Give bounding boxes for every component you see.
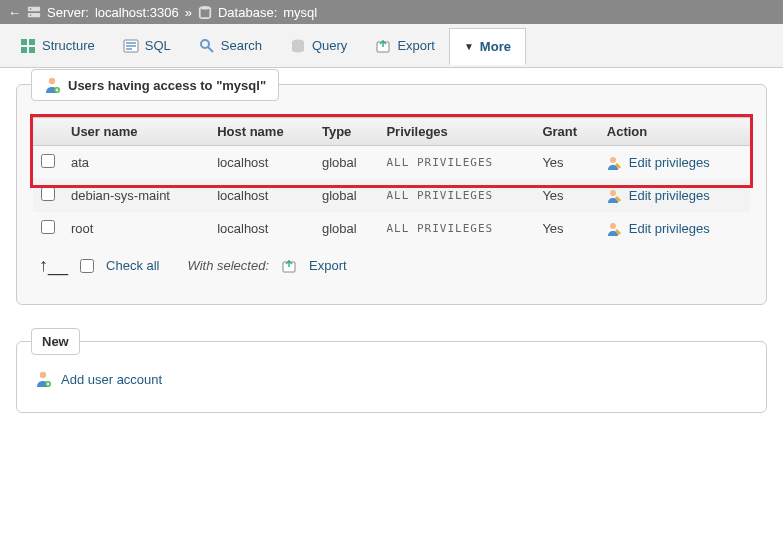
back-arrow[interactable]: ← (8, 5, 21, 20)
server-icon (27, 5, 41, 19)
svg-point-10 (201, 40, 209, 48)
svg-point-2 (30, 8, 32, 10)
action-label: Edit privileges (629, 221, 710, 236)
query-icon (290, 38, 306, 54)
dropdown-icon: ▼ (464, 41, 474, 52)
panel-title-db: mysql (222, 78, 260, 93)
row-checkbox[interactable] (41, 154, 55, 168)
breadcrumb-separator: » (185, 5, 192, 20)
cell-grant: Yes (534, 179, 598, 212)
cell-grant: Yes (534, 212, 598, 245)
search-icon (199, 38, 215, 54)
sql-icon (123, 38, 139, 54)
col-type[interactable]: Type (314, 118, 378, 146)
check-all-link[interactable]: Check all (106, 258, 159, 273)
col-grant[interactable]: Grant (534, 118, 598, 146)
edit-user-icon (607, 155, 623, 171)
cell-user: debian-sys-maint (63, 179, 209, 212)
svg-rect-6 (29, 39, 35, 45)
tab-search[interactable]: Search (185, 28, 276, 64)
panel-title-suffix: " (260, 78, 266, 93)
col-action: Action (599, 118, 750, 146)
edit-privileges-link[interactable]: Edit privileges (607, 221, 742, 237)
tab-label: Export (397, 38, 435, 53)
bulk-action-row: ↑__ Check all With selected: Export (33, 245, 750, 286)
tab-query[interactable]: Query (276, 28, 361, 64)
svg-rect-5 (21, 39, 27, 45)
cell-user: root (63, 212, 209, 245)
database-label: Database: (218, 5, 277, 20)
export-selected-link[interactable]: Export (309, 258, 347, 273)
new-panel-title: New (31, 328, 80, 355)
table-row: root localhost global ALL PRIVILEGES Yes… (33, 212, 750, 245)
col-priv[interactable]: Privileges (378, 118, 534, 146)
with-selected-label: With selected: (188, 258, 270, 273)
edit-user-icon (607, 221, 623, 237)
tab-structure[interactable]: Structure (6, 28, 109, 64)
svg-point-19 (40, 372, 46, 378)
users-table: User name Host name Type Privileges Gran… (33, 117, 750, 245)
tab-label: Search (221, 38, 262, 53)
col-host[interactable]: Host name (209, 118, 314, 146)
svg-point-16 (610, 190, 616, 196)
edit-privileges-link[interactable]: Edit privileges (607, 155, 742, 171)
tab-label: Structure (42, 38, 95, 53)
row-checkbox[interactable] (41, 187, 55, 201)
user-icon (44, 76, 60, 94)
cell-host: localhost (209, 212, 314, 245)
row-checkbox[interactable] (41, 220, 55, 234)
cell-type: global (314, 179, 378, 212)
cell-host: localhost (209, 179, 314, 212)
panel-title: Users having access to "mysql" (31, 69, 279, 101)
tab-bar: Structure SQL Search Query Export ▼ More (0, 24, 783, 68)
svg-rect-7 (21, 47, 27, 53)
tab-label: SQL (145, 38, 171, 53)
new-panel: New Add user account (16, 341, 767, 413)
export-icon (281, 258, 297, 274)
table-row: ata localhost global ALL PRIVILEGES Yes … (33, 146, 750, 180)
svg-rect-8 (29, 47, 35, 53)
svg-point-13 (49, 78, 55, 84)
edit-privileges-link[interactable]: Edit privileges (607, 188, 742, 204)
server-value[interactable]: localhost:3306 (95, 5, 179, 20)
cell-type: global (314, 146, 378, 180)
svg-point-4 (200, 6, 211, 10)
cell-user: ata (63, 146, 209, 180)
database-value[interactable]: mysql (283, 5, 317, 20)
arrow-up-icon: ↑__ (39, 255, 68, 276)
structure-icon (20, 38, 36, 54)
tab-more[interactable]: ▼ More (449, 28, 526, 65)
svg-point-15 (610, 157, 616, 163)
cell-type: global (314, 212, 378, 245)
cell-priv: ALL PRIVILEGES (378, 212, 534, 245)
svg-point-17 (610, 223, 616, 229)
export-icon (375, 38, 391, 54)
table-row: debian-sys-maint localhost global ALL PR… (33, 179, 750, 212)
col-checkbox (33, 118, 63, 146)
add-user-icon (35, 370, 51, 388)
add-user-link[interactable]: Add user account (33, 364, 750, 394)
svg-point-3 (30, 14, 32, 16)
users-panel: Users having access to "mysql" User name… (16, 84, 767, 305)
cell-priv: ALL PRIVILEGES (378, 146, 534, 180)
add-user-label: Add user account (61, 372, 162, 387)
tab-export[interactable]: Export (361, 28, 449, 64)
cell-grant: Yes (534, 146, 598, 180)
tab-sql[interactable]: SQL (109, 28, 185, 64)
check-all-checkbox[interactable] (80, 259, 94, 273)
cell-host: localhost (209, 146, 314, 180)
tab-label: Query (312, 38, 347, 53)
server-label: Server: (47, 5, 89, 20)
tab-label: More (480, 39, 511, 54)
breadcrumb: ← Server: localhost:3306 » Database: mys… (0, 0, 783, 24)
cell-priv: ALL PRIVILEGES (378, 179, 534, 212)
action-label: Edit privileges (629, 188, 710, 203)
database-icon (198, 5, 212, 19)
edit-user-icon (607, 188, 623, 204)
action-label: Edit privileges (629, 155, 710, 170)
panel-title-prefix: Users having access to " (68, 78, 222, 93)
col-user[interactable]: User name (63, 118, 209, 146)
